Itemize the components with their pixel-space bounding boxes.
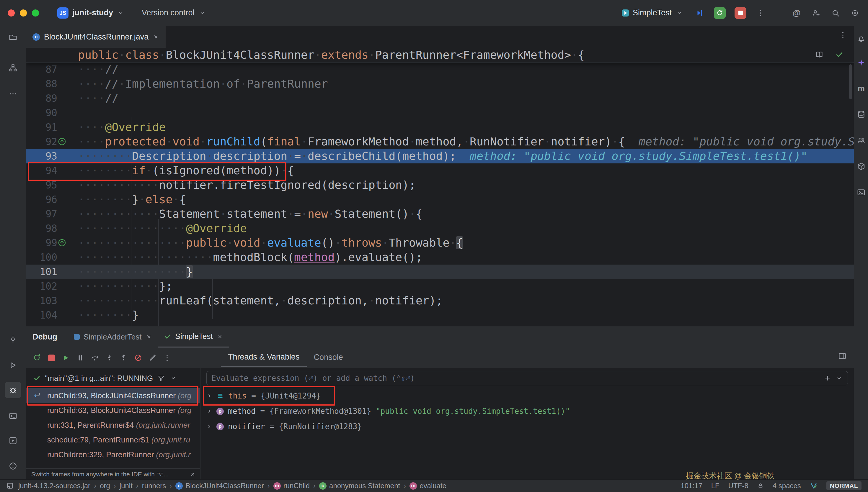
lock-icon[interactable] — [757, 483, 764, 489]
notifications-tool-button[interactable] — [855, 30, 867, 47]
tab-threads-variables[interactable]: Threads & Variables — [221, 347, 307, 367]
code-line-99[interactable]: 99················public·void·evaluate()… — [26, 236, 854, 250]
breadcrumb-item[interactable]: mevaluate — [409, 482, 446, 490]
debug-tool-button[interactable] — [5, 382, 21, 398]
caret-position[interactable]: 101:17 — [681, 482, 702, 490]
code-line-98[interactable]: 98················@Override — [26, 221, 854, 236]
code-line-103[interactable]: 103············runLeaf(statement,·descri… — [26, 294, 854, 308]
line-number[interactable]: 92 — [26, 134, 57, 149]
code-line-96[interactable]: 96········}·else·{ — [26, 192, 854, 207]
chevron-down-icon[interactable] — [169, 374, 177, 382]
add-watch-icon[interactable] — [824, 375, 831, 382]
close-icon[interactable] — [153, 34, 159, 40]
code-line-91[interactable]: 91····@Override — [26, 120, 854, 134]
editor-scrollbar[interactable] — [849, 64, 852, 99]
line-number[interactable]: 93 — [26, 149, 57, 164]
inspections-ok-icon[interactable] — [835, 50, 844, 59]
window-close-button[interactable] — [8, 9, 15, 17]
tab-options-icon[interactable] — [839, 31, 847, 40]
reader-mode-icon[interactable] — [815, 50, 824, 59]
line-number[interactable]: 99 — [26, 236, 57, 250]
variable-row-notifier[interactable]: pnotifier = {RunNotifier@1283} — [201, 419, 854, 434]
breadcrumb-item[interactable]: runners — [142, 482, 166, 490]
evaluate-expression-icon[interactable] — [146, 351, 159, 365]
sticky-header-line[interactable]: 63 public·class·BlockJUnit4ClassRunner·e… — [26, 48, 854, 63]
close-icon[interactable] — [190, 471, 196, 477]
more-tool-windows-tool-button[interactable] — [5, 85, 21, 102]
vim-mode-badge[interactable]: NORMAL — [826, 482, 862, 490]
rerun-button[interactable] — [714, 7, 726, 19]
chevron-down-icon[interactable] — [835, 374, 843, 382]
project-folder-tool-button[interactable] — [5, 29, 21, 45]
step-over-icon[interactable] — [88, 351, 101, 365]
window-zoom-button[interactable] — [32, 9, 39, 17]
chevron-right-icon[interactable] — [206, 423, 213, 430]
tool-windows-icon[interactable] — [6, 482, 14, 489]
code-line-101[interactable]: 101················} — [26, 265, 854, 279]
breadcrumb-item[interactable]: mrunChild — [274, 482, 310, 490]
chevron-right-icon[interactable] — [206, 408, 213, 415]
stop-button[interactable] — [734, 7, 746, 19]
mute-breakpoints-icon[interactable] — [132, 351, 145, 365]
line-number[interactable]: 94 — [26, 164, 57, 178]
more-options-button[interactable] — [755, 8, 766, 18]
stack-frame[interactable]: runChildren:329, ParentRunner (org.junit… — [26, 447, 200, 462]
services-tool-button[interactable] — [5, 433, 21, 449]
terminal-tool-button[interactable] — [5, 408, 21, 424]
line-number[interactable]: 90 — [26, 105, 57, 120]
filter-icon[interactable] — [157, 374, 165, 382]
breadcrumb-item[interactable]: canonymous Statement — [319, 482, 400, 490]
code-line-93[interactable]: 93········Description·description·=·desc… — [26, 149, 854, 164]
code-line-87[interactable]: 87····// — [26, 62, 854, 77]
breadcrumb-item[interactable]: org — [100, 482, 110, 490]
run-config-selector[interactable]: SimpleTest — [619, 6, 685, 19]
line-number[interactable]: 103 — [26, 294, 57, 308]
more-icon[interactable] — [160, 351, 174, 365]
stop-icon[interactable] — [45, 351, 58, 365]
ai-chat-button[interactable]: @ — [791, 8, 802, 18]
breadcrumb-item[interactable]: cBlockJUnit4ClassRunner — [175, 482, 264, 490]
line-number[interactable]: 98 — [26, 221, 57, 236]
project-widget[interactable]: JS junit-study — [53, 5, 129, 21]
commit-tool-button[interactable] — [5, 331, 21, 347]
resume-icon[interactable] — [59, 351, 73, 365]
stack-frame[interactable]: schedule:79, ParentRunner$1 (org.junit.r… — [26, 433, 200, 447]
debug-action-icon[interactable] — [695, 8, 705, 18]
dependencies-tool-button[interactable] — [855, 158, 867, 175]
line-number[interactable]: 97 — [26, 207, 57, 221]
code-line-90[interactable]: 90 — [26, 105, 854, 120]
settings-button[interactable] — [850, 8, 860, 18]
override-icon[interactable] — [57, 238, 67, 247]
layout-settings-icon[interactable] — [838, 351, 847, 361]
maven-tool-button[interactable]: m — [855, 80, 867, 97]
stack-frame[interactable]: runChild:93, BlockJUnit4ClassRunner (org — [26, 388, 200, 403]
close-icon[interactable] — [145, 334, 152, 340]
ideavim-icon[interactable] — [810, 482, 818, 490]
line-separator[interactable]: LF — [711, 482, 720, 490]
variable-row-this[interactable]: this = {JUnit4@1294} — [201, 388, 854, 403]
breadcrumb-item[interactable]: junit — [120, 482, 133, 490]
line-number[interactable]: 102 — [26, 279, 57, 294]
stack-frame[interactable]: runChild:63, BlockJUnit4ClassRunner (org — [26, 403, 200, 418]
line-number[interactable]: 89 — [26, 91, 57, 105]
tab-console[interactable]: Console — [307, 347, 350, 367]
line-number[interactable]: 96 — [26, 192, 57, 207]
close-icon[interactable] — [217, 333, 223, 340]
thread-selector[interactable]: "main"@1 in g...ain": RUNNING — [26, 368, 200, 388]
editor-tab[interactable]: c BlockJUnit4ClassRunner.java — [26, 26, 166, 48]
code-line-95[interactable]: 95············notifier.fireTestIgnored(d… — [26, 178, 854, 192]
code-line-92[interactable]: 92····protected·void·runChild(final·Fram… — [26, 134, 854, 149]
vcs-widget[interactable]: Version control — [138, 6, 210, 20]
file-encoding[interactable]: UTF-8 — [728, 482, 748, 490]
rerun-icon[interactable] — [30, 351, 44, 365]
collaboration-tool-button[interactable] — [855, 132, 867, 149]
line-number[interactable]: 100 — [26, 250, 57, 265]
code-line-88[interactable]: 88····//·Implementation·of·ParentRunner — [26, 77, 854, 91]
line-number[interactable]: 104 — [26, 308, 57, 322]
run-tool-button[interactable] — [5, 357, 21, 373]
chevron-right-icon[interactable] — [206, 392, 213, 399]
line-number[interactable]: 87 — [26, 62, 57, 77]
line-number[interactable]: 101 — [26, 265, 57, 279]
line-number[interactable]: 91 — [26, 120, 57, 134]
window-minimize-button[interactable] — [20, 9, 27, 17]
